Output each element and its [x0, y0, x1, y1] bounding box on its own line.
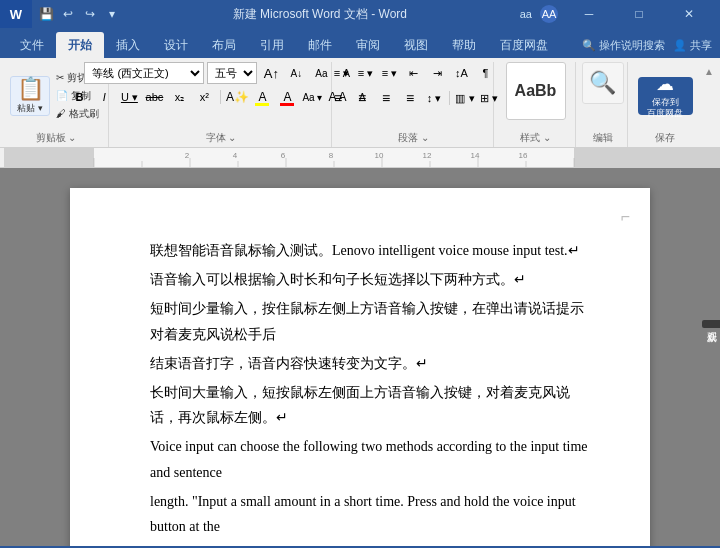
title-bar-title: 新建 Microsoft Word 文档 - Word — [120, 6, 520, 23]
svg-text:2: 2 — [185, 151, 190, 160]
svg-text:10: 10 — [375, 151, 384, 160]
highlight-button[interactable]: A — [251, 86, 273, 108]
increase-font-button[interactable]: A↑ — [260, 62, 282, 84]
align-right-button[interactable]: ≡ — [375, 87, 397, 109]
decrease-font-button[interactable]: A↓ — [285, 62, 307, 84]
style-selector[interactable]: AaBb — [506, 62, 566, 120]
strikethrough-button[interactable]: abc — [143, 86, 165, 108]
ruler: 2 4 6 8 10 12 14 16 — [0, 148, 720, 168]
align-left-button[interactable]: ≡ — [327, 87, 349, 109]
tab-design[interactable]: 设计 — [152, 32, 200, 58]
tab-references[interactable]: 引用 — [248, 32, 296, 58]
style-group: AaBb 样式 ⌄ — [496, 62, 576, 147]
tab-help[interactable]: 帮助 — [440, 32, 488, 58]
number-list-button[interactable]: ≡ ▾ — [355, 62, 377, 84]
font-group: 等线 (西文正文) 五号 A↑ A↓ Aa A B I U ▾ abc x₂ x… — [111, 62, 332, 147]
tab-home[interactable]: 开始 — [56, 32, 104, 58]
title-bar-controls: aa AA ─ □ ✕ — [520, 0, 712, 28]
cursor-mark: ⌐ — [621, 208, 630, 226]
aa-label: aa — [520, 8, 532, 20]
line-spacing-button[interactable]: ↕ ▾ — [423, 87, 445, 109]
para-group-label: 段落 ⌄ — [340, 129, 487, 145]
doc-line-1: 联想智能语音鼠标输入测试。Lenovo intelligent voice mo… — [150, 238, 590, 263]
text-effect-button[interactable]: A✨ — [226, 86, 248, 108]
collapse-ribbon-button[interactable]: ▲ — [702, 62, 716, 147]
bold-button[interactable]: B — [68, 86, 90, 108]
edit-group-content: 🔍 — [584, 62, 621, 129]
sort-button[interactable]: ↕A — [451, 62, 473, 84]
doc-line-8: top of the left side of the mouse. After… — [150, 543, 590, 546]
tab-review[interactable]: 审阅 — [344, 32, 392, 58]
para-row-2: ≡ ≡ ≡ ≡ ↕ ▾ ▥ ▾ ⊞ ▾ — [327, 87, 500, 109]
superscript-button[interactable]: x² — [193, 86, 215, 108]
word-logo: W — [0, 0, 32, 28]
tab-baidu[interactable]: 百度网盘 — [488, 32, 560, 58]
font-color-button[interactable]: A — [276, 86, 298, 108]
edit-group-label: 编辑 — [584, 129, 621, 145]
style-group-label: 样式 ⌄ — [502, 129, 569, 145]
font-name-selector[interactable]: 等线 (西文正文) — [84, 62, 204, 84]
baidu-save-group: ☁ 保存到百度网盘 保存 — [630, 62, 700, 147]
doc-line-3: 短时间少量输入，按住鼠标左侧上方语音输入按键，在弹出请说话提示对着麦克风说松手后 — [150, 296, 590, 346]
tab-insert[interactable]: 插入 — [104, 32, 152, 58]
outline-list-button[interactable]: ≡ ▾ — [379, 62, 401, 84]
svg-text:8: 8 — [329, 151, 334, 160]
svg-text:14: 14 — [471, 151, 480, 160]
indent-decrease-button[interactable]: ⇤ — [403, 62, 425, 84]
subscript-button[interactable]: x₂ — [168, 86, 190, 108]
tab-layout[interactable]: 布局 — [200, 32, 248, 58]
change-case-2-button[interactable]: Aa ▾ — [301, 86, 323, 108]
para-group-content: ≡ ▾ ≡ ▾ ≡ ▾ ⇤ ⇥ ↕A ¶ ≡ ≡ ≡ ≡ ↕ ▾ ▥ ▾ ⊞ ▾ — [340, 62, 487, 129]
svg-text:4: 4 — [233, 151, 238, 160]
close-button[interactable]: ✕ — [666, 0, 712, 28]
para-row-1: ≡ ▾ ≡ ▾ ≡ ▾ ⇤ ⇥ ↕A ¶ — [331, 62, 497, 84]
document-area[interactable]: ⌐ 联想智能语音鼠标输入测试。Lenovo intelligent voice … — [0, 168, 720, 546]
justify-button[interactable]: ≡ — [399, 87, 421, 109]
save-baidu-button[interactable]: ☁ 保存到百度网盘 — [638, 77, 693, 115]
para-group: ≡ ▾ ≡ ▾ ≡ ▾ ⇤ ⇥ ↕A ¶ ≡ ≡ ≡ ≡ ↕ ▾ ▥ ▾ ⊞ ▾… — [334, 62, 494, 147]
ribbon: 📋 粘贴 ▾ ✂ 剪切 📄 复制 🖌 格式刷 剪贴板 ⌄ 等线 (西文正文) 五… — [0, 58, 720, 148]
document-content[interactable]: 联想智能语音鼠标输入测试。Lenovo intelligent voice mo… — [150, 238, 590, 546]
side-watermark: 新众观 — [702, 320, 720, 328]
document-page[interactable]: ⌐ 联想智能语音鼠标输入测试。Lenovo intelligent voice … — [70, 188, 650, 546]
italic-button[interactable]: I — [93, 86, 115, 108]
align-center-button[interactable]: ≡ — [351, 87, 373, 109]
change-case-button[interactable]: Aa — [310, 62, 332, 84]
font-group-content: 等线 (西文正文) 五号 A↑ A↓ Aa A B I U ▾ abc x₂ x… — [117, 62, 325, 129]
font-name-row: 等线 (西文正文) 五号 A↑ A↓ Aa A — [84, 62, 357, 84]
indent-increase-button[interactable]: ⇥ — [427, 62, 449, 84]
bullet-list-button[interactable]: ≡ ▾ — [331, 62, 353, 84]
maximize-button[interactable]: □ — [616, 0, 662, 28]
save-quick-button[interactable]: 💾 — [38, 6, 54, 22]
edit-group: 🔍 编辑 — [578, 62, 628, 147]
find-replace-button[interactable]: 🔍 — [582, 62, 624, 104]
doc-line-5: 长时间大量输入，短按鼠标左侧面上方语音输入按键，对着麦克风说话，再次鼠标左侧。↵ — [150, 380, 590, 430]
shading-button[interactable]: ▥ ▾ — [454, 87, 476, 109]
search-button[interactable]: 🔍 操作说明搜索 — [582, 32, 665, 58]
underline-button[interactable]: U ▾ — [118, 86, 140, 108]
baidu-save-content: ☁ 保存到百度网盘 — [636, 62, 694, 129]
title-bar-left: W 💾 ↩ ↪ ▾ — [8, 0, 120, 28]
svg-text:12: 12 — [423, 151, 432, 160]
font-size-selector[interactable]: 五号 — [207, 62, 257, 84]
font-group-label: 字体 ⌄ — [117, 129, 325, 145]
tab-mailings[interactable]: 邮件 — [296, 32, 344, 58]
ribbon-tabs: 文件 开始 插入 设计 布局 引用 邮件 审阅 视图 帮助 百度网盘 🔍 操作说… — [0, 28, 720, 58]
svg-text:6: 6 — [281, 151, 286, 160]
paste-area: 📋 粘贴 ▾ — [10, 76, 50, 116]
minimize-button[interactable]: ─ — [566, 0, 612, 28]
doc-line-6: Voice input can choose the following two… — [150, 434, 590, 484]
baidu-save-label: 保存 — [636, 129, 694, 145]
tab-file[interactable]: 文件 — [8, 32, 56, 58]
show-marks-button[interactable]: ¶ — [475, 62, 497, 84]
customize-button[interactable]: ▾ — [104, 6, 120, 22]
AA-label: AA — [540, 5, 558, 23]
share-button[interactable]: 👤 共享 — [673, 32, 712, 58]
redo-button[interactable]: ↪ — [82, 6, 98, 22]
style-group-content: AaBb — [502, 62, 569, 129]
tab-view[interactable]: 视图 — [392, 32, 440, 58]
paste-button[interactable]: 📋 粘贴 ▾ — [10, 76, 50, 116]
undo-button[interactable]: ↩ — [60, 6, 76, 22]
ruler-inner: 2 4 6 8 10 12 14 16 — [4, 148, 720, 167]
svg-rect-0 — [4, 148, 94, 167]
